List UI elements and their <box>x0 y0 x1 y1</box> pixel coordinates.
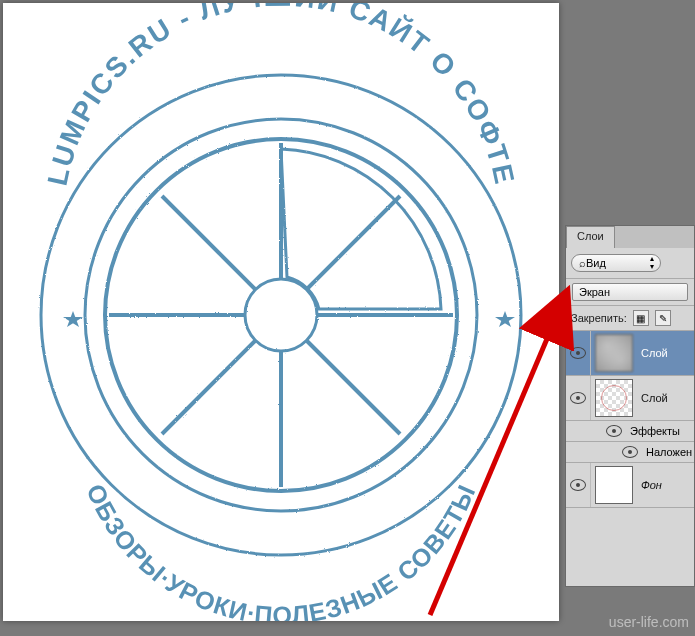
fx-label: Эффекты <box>630 425 680 437</box>
eye-icon <box>570 347 586 359</box>
layers-panel: Слои ⌕ Вид ▴▾ Экран Закрепить: ▦ ✎ Слой … <box>565 225 695 587</box>
blend-mode-row: Экран <box>566 279 694 306</box>
layer-thumbnail[interactable] <box>595 334 633 372</box>
lock-label: Закрепить: <box>571 312 627 324</box>
stamp-bottom-text: ОБЗОРЫ·УРОКИ·ПОЛЕЗНЫЕ СОВЕТЫ <box>81 480 480 621</box>
eye-icon[interactable] <box>606 425 622 437</box>
layer-fx-row[interactable]: Эффекты <box>566 421 694 442</box>
canvas-area[interactable]: LUMPICS.RU - ЛУЧШИЙ САЙТ О СОФТЕ ОБЗОРЫ·… <box>3 3 559 621</box>
layer-name[interactable]: Слой <box>637 347 668 359</box>
eye-icon <box>570 479 586 491</box>
tab-layers[interactable]: Слои <box>566 226 615 248</box>
layer-name[interactable]: Слой <box>637 392 668 404</box>
svg-marker-5 <box>495 311 515 327</box>
lock-row: Закрепить: ▦ ✎ <box>566 306 694 331</box>
stamp-artwork: LUMPICS.RU - ЛУЧШИЙ САЙТ О СОФТЕ ОБЗОРЫ·… <box>3 3 559 621</box>
panel-tabs: Слои <box>566 226 694 248</box>
layer-row-background[interactable]: Фон <box>566 463 694 508</box>
layer-name[interactable]: Фон <box>637 479 662 491</box>
search-icon: ⌕ <box>579 257 586 269</box>
layer-row[interactable]: Слой <box>566 376 694 421</box>
layers-list: Слой Слой Эффекты Наложен Фон <box>566 331 694 586</box>
lock-brush-icon[interactable]: ✎ <box>655 310 671 326</box>
layer-filter-select[interactable]: ⌕ Вид ▴▾ <box>571 254 661 272</box>
lock-pixels-icon[interactable]: ▦ <box>633 310 649 326</box>
blend-mode-select[interactable]: Экран <box>572 283 688 301</box>
visibility-toggle[interactable] <box>566 331 591 375</box>
eye-icon <box>570 392 586 404</box>
layer-thumbnail[interactable] <box>595 379 633 417</box>
visibility-toggle[interactable] <box>566 463 591 507</box>
layer-thumbnail[interactable] <box>595 466 633 504</box>
filter-label: Вид <box>586 257 606 269</box>
dropdown-arrows-icon: ▴▾ <box>650 255 654 271</box>
panel-toolbar: ⌕ Вид ▴▾ <box>566 248 694 279</box>
visibility-toggle[interactable] <box>566 376 591 420</box>
svg-marker-4 <box>63 311 83 327</box>
fx-sub-label: Наложен <box>646 446 692 458</box>
layer-fx-subrow[interactable]: Наложен <box>566 442 694 463</box>
watermark: user-life.com <box>609 614 689 630</box>
eye-icon[interactable] <box>622 446 638 458</box>
layer-row[interactable]: Слой <box>566 331 694 376</box>
